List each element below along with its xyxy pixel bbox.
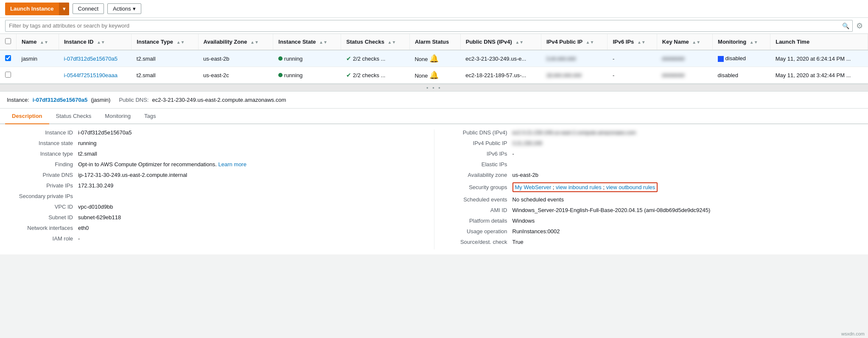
detail-security-groups: Security groups My WebServer ; view inbo… [445, 182, 858, 192]
status-sort-icon: ▲▼ [388, 40, 396, 45]
detail-tabs: Description Status Checks Monitoring Tag… [0, 109, 868, 124]
col-name[interactable]: Name ▲▼ [17, 34, 59, 50]
tab-tags[interactable]: Tags [137, 109, 162, 124]
detail-scheduled-events: Scheduled events No scheduled events [445, 196, 858, 203]
toolbar: Launch Instance ▾ Connect Actions ▾ [0, 0, 868, 18]
ipv4-public-value: 3.21.230.249 [512, 140, 542, 146]
col-monitoring[interactable]: Monitoring ▲▼ [713, 34, 770, 50]
key-sort-icon: ▲▼ [692, 40, 700, 45]
public-dns-ipv4-value: ec2-3-21-230-249.us-east-2.compute.amazo… [512, 130, 636, 136]
vpc-id-link[interactable]: vpc-d010d9bb [78, 204, 113, 210]
outbound-rules-link[interactable]: view outbound rules [606, 184, 655, 190]
launch-instance-arrow[interactable]: ▾ [59, 3, 69, 15]
col-key-name[interactable]: Key Name ▲▼ [657, 34, 712, 50]
instance-id-link[interactable]: i-07df312d5e15670a5 [33, 97, 87, 103]
table-row[interactable]: i-0544f72515190eaaa t2.small us-east-2c … [0, 67, 868, 84]
row1-instance-id[interactable]: i-07df312d5e15670a5 [59, 50, 131, 67]
row2-alarm: None 🔔 [409, 67, 460, 84]
id-sort-icon: ▲▼ [97, 40, 105, 45]
security-groups-separator: ; [553, 184, 556, 190]
source-dest-label: Source/dest. check [445, 239, 512, 245]
subnet-id-label: Subnet ID [10, 214, 78, 221]
col-availability-zone[interactable]: Availability Zone ▲▼ [198, 34, 273, 50]
col-launch-time[interactable]: Launch Time [770, 34, 868, 50]
row2-alarm-icon: 🔔 [429, 71, 439, 79]
col-instance-id[interactable]: Instance ID ▲▼ [59, 34, 131, 50]
row2-check-icon: ✔ [346, 72, 351, 78]
instance-type-label: Instance type [10, 151, 78, 157]
security-groups-separator2: ; [603, 184, 606, 190]
secondary-ips-label: Secondary private IPs [10, 193, 78, 199]
launch-instance-button[interactable]: Launch Instance ▾ [5, 3, 69, 15]
row2-instance-id[interactable]: i-0544f72515190eaaa [59, 67, 131, 84]
tab-status-checks[interactable]: Status Checks [49, 109, 98, 124]
col-ipv4[interactable]: IPv4 Public IP ▲▼ [541, 34, 607, 50]
search-icon: 🔍 [842, 22, 849, 29]
connect-button[interactable]: Connect [73, 3, 104, 14]
availability-zone-value: us-east-2b [512, 172, 538, 178]
platform-value: Windows [512, 218, 535, 224]
row2-checkbox[interactable] [5, 72, 11, 78]
detail-ami-id: AMI ID Windows_Server-2019-English-Full-… [445, 207, 858, 213]
select-all-checkbox[interactable] [5, 38, 11, 44]
security-group-link[interactable]: My WebServer [515, 184, 552, 190]
detail-finding: Finding Opt-in to AWS Compute Optimizer … [10, 161, 424, 168]
row1-alarm: None 🔔 [409, 50, 460, 67]
detail-instance-id: Instance ID i-07df312d5e15670a5 [10, 129, 424, 136]
usage-operation-value: RunInstances:0002 [512, 228, 560, 235]
inbound-rules-link[interactable]: view inbound rules [556, 184, 602, 190]
source-dest-value: True [512, 239, 524, 245]
row1-checkbox-cell[interactable] [0, 50, 17, 67]
row1-ipv4: 3.##.###.### [541, 50, 607, 67]
search-wrapper: 🔍 [5, 20, 853, 32]
row1-name: jasmin [17, 50, 59, 67]
instances-table: Name ▲▼ Instance ID ▲▼ Instance Type ▲▼ … [0, 34, 868, 84]
private-ips-label: Private IPs [10, 182, 78, 189]
detail-instance-type: Instance type t2.small [10, 151, 424, 157]
detail-ipv6: IPv6 IPs - [445, 151, 858, 157]
col-instance-state[interactable]: Instance State ▲▼ [273, 34, 341, 50]
actions-button[interactable]: Actions ▾ [107, 3, 141, 14]
launch-instance-label: Launch Instance [5, 6, 59, 12]
col-ipv6[interactable]: IPv6 IPs ▲▼ [608, 34, 657, 50]
row2-name [17, 67, 59, 84]
learn-more-link[interactable]: Learn more [218, 161, 246, 168]
row1-launch-time: May 11, 2020 at 6:24:14 PM ... [770, 50, 868, 67]
description-panel: Instance ID i-07df312d5e15670a5 Instance… [0, 124, 868, 254]
row1-checkbox[interactable] [5, 55, 11, 61]
col-alarm-status[interactable]: Alarm Status [409, 34, 460, 50]
tab-description[interactable]: Description [5, 109, 49, 124]
detail-network-interfaces: Network interfaces eth0 [10, 225, 424, 231]
row1-alarm-icon: 🔔 [429, 54, 439, 63]
row2-checkbox-cell[interactable] [0, 67, 17, 84]
detail-instance-state: Instance state running [10, 140, 424, 146]
row1-status-dot [278, 56, 283, 61]
subnet-id-link[interactable]: subnet-629eb118 [78, 214, 121, 221]
mon-sort-icon: ▲▼ [750, 40, 758, 45]
scheduled-events-value[interactable]: No scheduled events [512, 196, 564, 203]
row2-launch-time: May 11, 2020 at 3:42:44 PM ... [770, 67, 868, 84]
details-left-col: Instance ID i-07df312d5e15670a5 Instance… [0, 129, 434, 249]
settings-icon[interactable]: ⚙ [856, 21, 863, 31]
private-ips-value: 172.31.30.249 [78, 182, 113, 189]
instance-type-value: t2.small [78, 151, 97, 157]
network-interfaces-link[interactable]: eth0 [78, 225, 89, 231]
col-instance-type[interactable]: Instance Type ▲▼ [132, 34, 198, 50]
detail-secondary-ips: Secondary private IPs [10, 193, 424, 199]
col-public-dns[interactable]: Public DNS (IPv4) ▲▼ [460, 34, 541, 50]
ami-id-link[interactable]: Windows_Server-2019-English-Full-Base-20… [512, 207, 711, 213]
detail-source-dest: Source/dest. check True [445, 239, 858, 245]
public-dns-value: ec2-3-21-230-249.us-east-2.compute.amazo… [152, 97, 286, 103]
col-status-checks[interactable]: Status Checks ▲▼ [341, 34, 410, 50]
search-input[interactable] [5, 20, 853, 32]
row1-check-icon: ✔ [346, 55, 351, 62]
table-row[interactable]: jasmin i-07df312d5e15670a5 t2.small us-e… [0, 50, 868, 67]
instance-label: Instance: [7, 97, 29, 103]
finding-label: Finding [10, 161, 78, 168]
panel-divider[interactable]: • • • [0, 84, 868, 92]
ami-id-label: AMI ID [445, 207, 512, 213]
select-all-header[interactable] [0, 34, 17, 50]
tab-monitoring[interactable]: Monitoring [98, 109, 137, 124]
detail-ipv4-public: IPv4 Public IP 3.21.230.249 [445, 140, 858, 146]
finding-value: Opt-in to AWS Compute Optimizer for reco… [78, 161, 246, 168]
